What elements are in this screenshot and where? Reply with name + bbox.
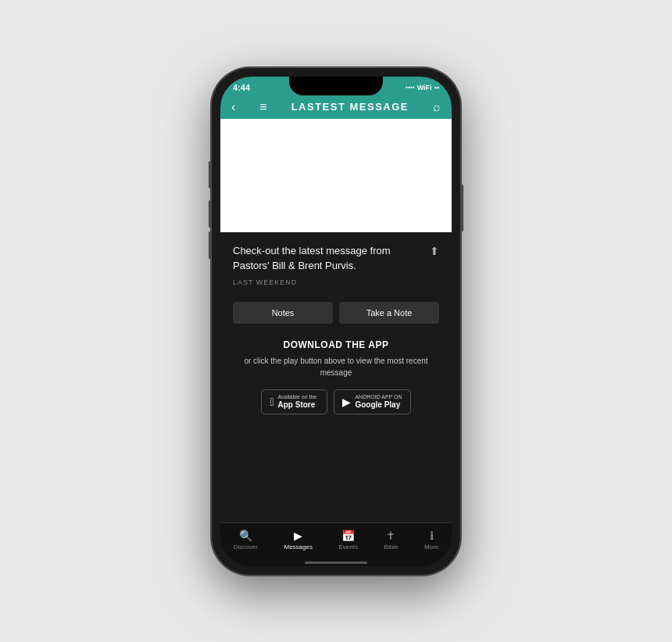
tab-messages-label: Messages: [284, 543, 312, 551]
nav-bar: ‹ ≡ LASTEST MESSAGE ⌕: [220, 95, 452, 119]
action-buttons: Notes Take a Note: [233, 302, 439, 324]
home-bar: [305, 561, 367, 564]
message-label: LAST WEEKEND: [233, 278, 439, 286]
download-section: DOWNLOAD THE APP or click the play butto…: [220, 324, 452, 425]
tab-more-label: More: [424, 543, 438, 551]
share-icon[interactable]: ⬆: [430, 245, 439, 257]
content-area: Check-out the latest message from Pastor…: [220, 119, 452, 566]
google-play-name: Google Play: [355, 400, 400, 410]
tab-bar: 🔍 Discover ▶ Messages 📅 Events ✝ Bible ℹ: [220, 522, 452, 560]
video-player[interactable]: [220, 119, 452, 232]
notch: [289, 77, 383, 95]
back-button[interactable]: ‹: [231, 100, 235, 114]
tab-bible[interactable]: ✝ Bible: [384, 529, 399, 551]
message-info: Check-out the latest message from Pastor…: [220, 232, 452, 294]
tab-discover[interactable]: 🔍 Discover: [234, 529, 258, 551]
spacer: [220, 425, 452, 522]
phone-frame: 4:44 ▪▪▪▪ WiFi ▪▪ ‹ ≡ LASTEST MESSAGE ⌕ …: [211, 67, 461, 576]
nav-title: LASTEST MESSAGE: [291, 101, 409, 113]
home-indicator: [220, 560, 452, 566]
tab-more[interactable]: ℹ More: [424, 529, 438, 551]
tab-bible-label: Bible: [384, 543, 399, 551]
events-icon: 📅: [341, 529, 355, 542]
signal-icon: ▪▪▪▪: [406, 84, 414, 91]
wifi-icon: WiFi: [417, 84, 432, 91]
google-play-button[interactable]: ▶ ANDROID APP ON Google Play: [334, 389, 410, 414]
google-play-top-text: ANDROID APP ON: [355, 394, 402, 400]
app-store-name: App Store: [278, 400, 316, 410]
download-title: DOWNLOAD THE APP: [233, 339, 439, 350]
play-icon: ▶: [342, 396, 351, 408]
apple-icon: : [270, 396, 273, 408]
tab-discover-label: Discover: [234, 543, 258, 551]
download-subtitle: or click the play button above to view t…: [233, 355, 439, 378]
more-icon: ℹ: [430, 529, 434, 542]
store-buttons:  Available on the App Store ▶ ANDROID A…: [233, 389, 439, 414]
app-store-text: Available on the App Store: [278, 394, 317, 410]
tab-events[interactable]: 📅 Events: [339, 529, 358, 551]
bible-icon: ✝: [386, 529, 395, 542]
search-button[interactable]: ⌕: [433, 100, 441, 114]
notes-button[interactable]: Notes: [233, 302, 333, 324]
google-play-text: ANDROID APP ON Google Play: [355, 394, 402, 410]
phone-screen: 4:44 ▪▪▪▪ WiFi ▪▪ ‹ ≡ LASTEST MESSAGE ⌕ …: [220, 77, 452, 566]
messages-icon: ▶: [294, 529, 302, 542]
app-store-button[interactable]:  Available on the App Store: [261, 389, 327, 414]
tab-messages[interactable]: ▶ Messages: [284, 529, 312, 551]
tab-events-label: Events: [339, 543, 358, 551]
app-store-top-text: Available on the: [278, 394, 317, 400]
menu-button[interactable]: ≡: [259, 100, 266, 114]
take-note-button[interactable]: Take a Note: [339, 302, 439, 324]
discover-icon: 🔍: [239, 529, 252, 542]
battery-icon: ▪▪: [434, 84, 439, 91]
message-row: Check-out the latest message from Pastor…: [233, 243, 439, 274]
status-time: 4:44: [233, 83, 250, 92]
message-description: Check-out the latest message from Pastor…: [233, 243, 430, 274]
